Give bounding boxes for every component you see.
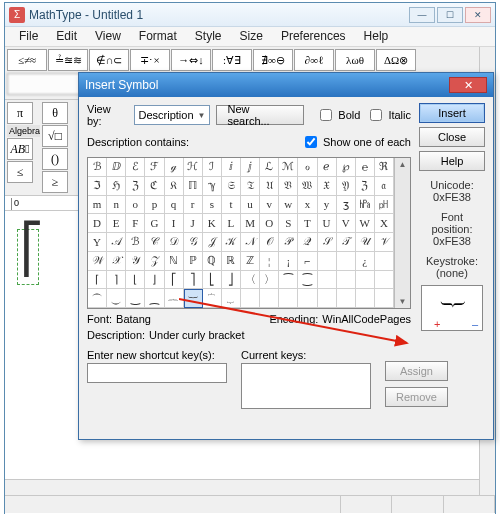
symbol-cell[interactable] [356, 271, 375, 290]
symbol-cell[interactable] [375, 289, 394, 308]
symbol-cell[interactable] [241, 289, 260, 308]
symbol-cell[interactable]: V [337, 214, 356, 233]
symbol-cell[interactable]: 𝒲 [88, 252, 107, 271]
symbol-cell[interactable]: W [356, 214, 375, 233]
symbol-cell[interactable]: ⎣ [203, 271, 222, 290]
symbol-cell[interactable]: y [318, 196, 337, 215]
symbol-cell[interactable]: I [165, 214, 184, 233]
symbol-cell[interactable]: ⎤ [184, 271, 203, 290]
symbol-cell[interactable]: o [126, 196, 145, 215]
symbol-cell[interactable]: ℙ [184, 252, 203, 271]
symbol-cell[interactable]: 〈 [241, 271, 260, 290]
symbol-cell[interactable]: ⏝ [107, 289, 126, 308]
symbol-cell[interactable]: 𝔖 [222, 177, 241, 196]
insert-button[interactable]: Insert [419, 103, 485, 123]
assign-button[interactable]: Assign [385, 361, 448, 381]
symbol-cell[interactable]: m [88, 196, 107, 215]
symbol-cell[interactable]: 𝔗 [241, 177, 260, 196]
symbol-cell[interactable]: ℴ [298, 158, 317, 177]
symbol-cell[interactable]: ⌐ [298, 252, 317, 271]
symbol-cell[interactable]: ㏗ [375, 196, 394, 215]
symbol-cell[interactable]: 𝒱 [375, 233, 394, 252]
symbol-cell[interactable]: 𝒪 [260, 233, 279, 252]
symbol-cell[interactable]: ʒ [337, 196, 356, 215]
symbol-cell[interactable]: F [126, 214, 145, 233]
scroll-down-icon[interactable]: ▼ [399, 297, 407, 306]
symbol-cell[interactable]: v [260, 196, 279, 215]
symbol-cell[interactable]: s [203, 196, 222, 215]
symbol-cell[interactable]: K [203, 214, 222, 233]
toolbar-cell-8[interactable]: λωθ [335, 49, 375, 71]
symbol-cell[interactable]: w [279, 196, 298, 215]
symbol-cell[interactable] [318, 271, 337, 290]
maximize-button[interactable]: ☐ [437, 7, 463, 23]
symbol-cell[interactable]: ℊ [165, 158, 184, 177]
bracket-object[interactable] [17, 229, 39, 285]
symbol-cell[interactable] [298, 289, 317, 308]
symbol-cell[interactable]: ⏟ [222, 289, 241, 308]
symbol-cell[interactable] [318, 252, 337, 271]
symbol-cell[interactable]: ℬ [88, 158, 107, 177]
dialog-titlebar[interactable]: Insert Symbol ✕ [79, 73, 493, 97]
symbol-cell[interactable]: 𝔙 [279, 177, 298, 196]
symbol-cell[interactable]: 𝔎 [165, 177, 184, 196]
symbol-cell[interactable]: U [318, 214, 337, 233]
symbol-cell[interactable]: 𝒯 [337, 233, 356, 252]
symbol-cell[interactable]: 𝔚 [298, 177, 317, 196]
titlebar[interactable]: Σ MathType - Untitled 1 — ☐ ✕ [5, 3, 495, 27]
symbol-cell[interactable]: 𝔘 [260, 177, 279, 196]
symbol-cell[interactable]: ⅉ [241, 158, 260, 177]
symbol-cell[interactable] [337, 289, 356, 308]
symbol-cell[interactable]: 𝒩 [241, 233, 260, 252]
symbol-cell[interactable]: 𝒜 [107, 233, 126, 252]
symbol-cell[interactable]: ℭ [145, 177, 164, 196]
symbol-cell[interactable]: 𝒟 [165, 233, 184, 252]
symbol-cell[interactable]: X [375, 214, 394, 233]
shortcut-input[interactable] [87, 363, 227, 383]
symbol-cell[interactable]: ⁔ [145, 289, 164, 308]
symbol-cell[interactable] [375, 252, 394, 271]
symbol-cell[interactable]: M [241, 214, 260, 233]
symbol-cell[interactable]: S [279, 214, 298, 233]
symbol-cell[interactable]: ¡ [279, 252, 298, 271]
pal-sqrt[interactable]: √□ [42, 125, 68, 147]
symbol-cell[interactable]: E [107, 214, 126, 233]
italic-checkbox[interactable]: Italic [366, 106, 411, 124]
symbol-cell[interactable]: 𝔜 [337, 177, 356, 196]
current-keys-list[interactable] [241, 363, 371, 409]
symbol-cell[interactable]: n [107, 196, 126, 215]
symbol-cell[interactable]: ⌊ [126, 271, 145, 290]
symbol-cell[interactable]: G [145, 214, 164, 233]
menu-style[interactable]: Style [187, 29, 230, 44]
symbol-cell[interactable] [279, 289, 298, 308]
close-button[interactable]: Close [419, 127, 485, 147]
symbol-cell[interactable]: ⁀ [279, 271, 298, 290]
toolbar-cell-4[interactable]: →⇔↓ [171, 49, 211, 71]
symbol-cell[interactable]: q [165, 196, 184, 215]
menu-size[interactable]: Size [232, 29, 271, 44]
symbol-cell[interactable]: 〉 [260, 271, 279, 290]
symbol-cell[interactable]: 𝒫 [279, 233, 298, 252]
symbol-cell[interactable]: ℿ [184, 177, 203, 196]
symbol-cell[interactable]: ⏞ [203, 289, 222, 308]
symbol-cell[interactable]: J [184, 214, 203, 233]
menu-file[interactable]: File [11, 29, 46, 44]
menu-view[interactable]: View [87, 29, 129, 44]
symbol-cell[interactable]: ℤ [241, 252, 260, 271]
symbol-cell[interactable]: D [88, 214, 107, 233]
symbol-cell[interactable]: ¿ [356, 252, 375, 271]
symbol-cell[interactable]: ℝ [222, 252, 241, 271]
help-button[interactable]: Help [419, 151, 485, 171]
symbol-cell[interactable]: ℌ [107, 177, 126, 196]
menu-edit[interactable]: Edit [48, 29, 85, 44]
toolbar-cell-7[interactable]: ∂∞ℓ [294, 49, 334, 71]
menu-format[interactable]: Format [131, 29, 185, 44]
minimize-button[interactable]: — [409, 7, 435, 23]
symbol-cell[interactable]: O [260, 214, 279, 233]
symbol-cell[interactable] [356, 289, 375, 308]
symbol-cell[interactable]: r [184, 196, 203, 215]
dialog-close-button[interactable]: ✕ [449, 77, 487, 93]
symbol-cell[interactable]: 𝒥 [203, 233, 222, 252]
symbol-cell[interactable]: 𝔛 [318, 177, 337, 196]
view-by-dropdown[interactable]: Description ▼ [134, 105, 211, 125]
